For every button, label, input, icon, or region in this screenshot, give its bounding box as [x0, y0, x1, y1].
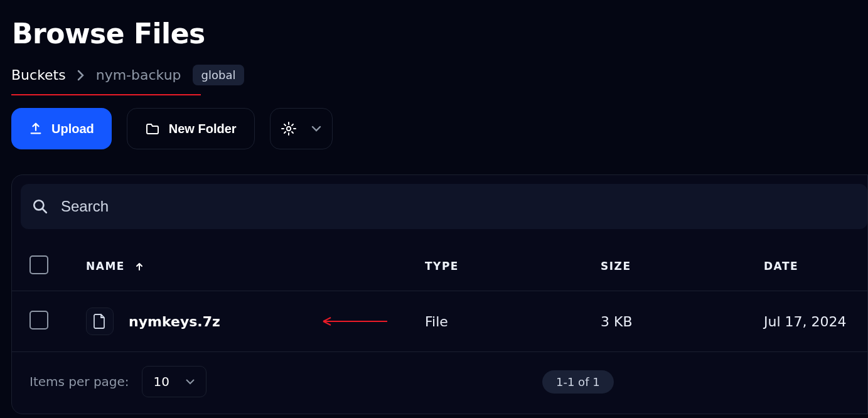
file-size: 3 KB [601, 291, 764, 352]
svg-point-0 [286, 127, 290, 131]
breadcrumb-root[interactable]: Buckets [11, 67, 66, 83]
chevron-right-icon [77, 70, 85, 81]
items-per-page-label: Items per page: [29, 374, 129, 389]
items-per-page-value: 10 [154, 374, 169, 389]
file-name: nymkeys.7z [129, 314, 220, 330]
file-date: Jul 17, 2024 [764, 291, 867, 352]
breadcrumb: Buckets nym-backup global [11, 65, 868, 85]
sort-ascending-icon [134, 262, 144, 272]
file-panel: NAME TYPE SIZE DATE [11, 174, 868, 414]
search-icon [32, 198, 48, 215]
pagination-range: 1-1 of 1 [542, 370, 614, 394]
file-icon [86, 308, 114, 335]
column-header-type[interactable]: TYPE [425, 242, 601, 291]
search-input[interactable] [60, 197, 856, 216]
settings-menu-button[interactable] [270, 108, 333, 149]
file-type: File [425, 291, 601, 352]
folder-icon [145, 122, 160, 136]
annotation-arrow-icon [318, 315, 387, 328]
gear-icon [281, 121, 296, 136]
annotation-underline [11, 94, 201, 95]
column-header-date[interactable]: DATE [764, 242, 867, 291]
page-title: Browse Files [12, 18, 868, 50]
chevron-down-icon [186, 379, 195, 385]
upload-button[interactable]: Upload [11, 108, 112, 149]
svg-line-2 [43, 209, 46, 213]
region-badge: global [193, 65, 245, 85]
new-folder-label: New Folder [169, 122, 237, 136]
table-row[interactable]: nymkeys.7z File 3 KB Jul 17, 2024 [12, 291, 867, 352]
row-checkbox[interactable] [29, 311, 48, 330]
upload-icon [29, 122, 43, 136]
select-all-checkbox[interactable] [29, 255, 48, 274]
column-header-name[interactable]: NAME [86, 242, 425, 291]
items-per-page-select[interactable]: 10 [142, 366, 206, 397]
new-folder-button[interactable]: New Folder [127, 108, 255, 149]
table-footer: Items per page: 10 1-1 of 1 [12, 352, 867, 414]
file-table: NAME TYPE SIZE DATE [12, 242, 867, 352]
breadcrumb-leaf[interactable]: nym-backup [96, 67, 181, 83]
chevron-down-icon [311, 126, 321, 132]
column-name-label: NAME [86, 260, 125, 272]
column-header-size[interactable]: SIZE [601, 242, 764, 291]
search-bar[interactable] [21, 184, 867, 229]
upload-label: Upload [51, 122, 94, 136]
toolbar: Upload New Folder [11, 108, 868, 149]
